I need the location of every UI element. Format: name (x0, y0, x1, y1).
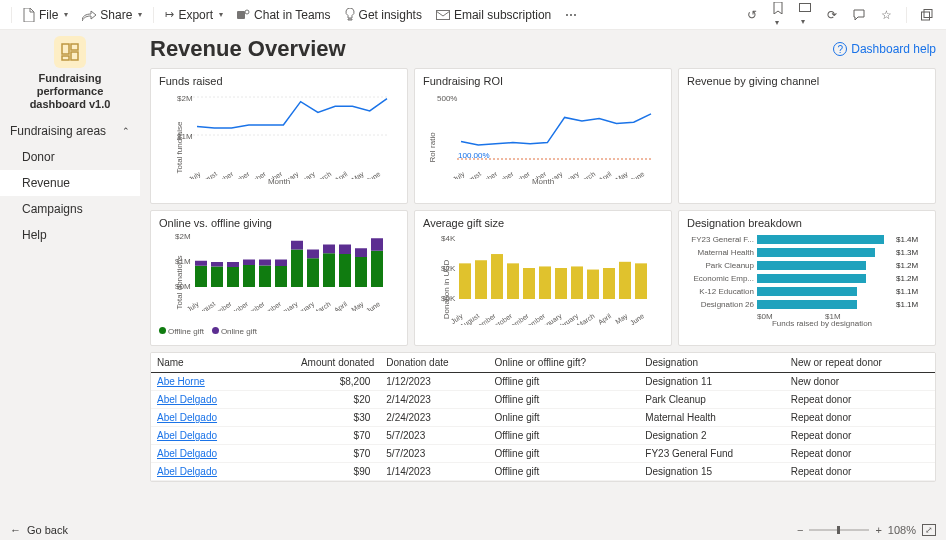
svg-rect-43 (195, 266, 207, 287)
column-header[interactable]: Designation (639, 353, 784, 373)
svg-rect-82 (459, 263, 471, 299)
fit-to-page-button[interactable]: ⤢ (922, 524, 936, 536)
refresh-button[interactable]: ⟳ (822, 5, 842, 25)
svg-rect-87 (539, 266, 551, 299)
get-insights-button[interactable]: Get insights (339, 5, 428, 25)
nav-section-header[interactable]: Fundraising areas ⌃ (0, 118, 140, 144)
footer: ← Go back − + 108% ⤢ (0, 520, 946, 540)
column-header[interactable]: Amount donated (256, 353, 380, 373)
column-header[interactable]: Name (151, 353, 256, 373)
svg-rect-3 (800, 3, 811, 11)
card-average-gift-size[interactable]: Average gift size Donation in USD $4K $2… (414, 210, 672, 346)
svg-rect-0 (237, 11, 245, 19)
table-row[interactable]: Abel Delgado $7,900 5/18/2023 Offline gi… (151, 481, 935, 483)
star-icon: ☆ (881, 8, 892, 22)
table-row[interactable]: Abe Horne $8,200 1/12/2023 Offline gift … (151, 373, 935, 391)
lightbulb-icon (345, 8, 355, 21)
svg-rect-57 (307, 258, 319, 287)
designation-row: Maternal Health$1.3M (687, 246, 927, 259)
file-icon (23, 8, 35, 22)
svg-rect-59 (323, 253, 335, 287)
chevron-up-icon: ⌃ (122, 126, 130, 136)
column-header[interactable]: Online or offline gift? (488, 353, 639, 373)
sidebar-item-donor[interactable]: Donor (0, 144, 140, 170)
go-back-button[interactable]: ← Go back (10, 524, 68, 536)
svg-rect-5 (924, 9, 932, 17)
svg-rect-91 (603, 268, 615, 299)
donations-table[interactable]: NameAmount donatedDonation dateOnline or… (150, 352, 936, 482)
table-row[interactable]: Abel Delgado $90 1/14/2023 Offline gift … (151, 463, 935, 481)
svg-text:$2M: $2M (175, 232, 191, 241)
svg-rect-45 (211, 267, 223, 288)
zoom-slider[interactable] (809, 529, 869, 531)
svg-rect-46 (211, 262, 223, 267)
more-menu[interactable]: ⋯ (559, 5, 583, 25)
donor-name-link[interactable]: Abe Horne (151, 373, 256, 391)
svg-rect-63 (355, 257, 367, 287)
reset-button[interactable]: ↺ (742, 5, 762, 25)
bookmark-button[interactable]: ▾ (768, 0, 788, 31)
app-title: Fundraising performance dashboard v1.0 (4, 72, 136, 112)
favorite-button[interactable]: ☆ (876, 5, 897, 25)
chat-teams-button[interactable]: Chat in Teams (231, 5, 336, 25)
svg-rect-85 (507, 263, 519, 299)
mail-icon (436, 10, 450, 20)
svg-text:$2M: $2M (177, 94, 193, 103)
sidebar-item-help[interactable]: Help (0, 222, 140, 248)
comments-button[interactable] (848, 6, 870, 24)
file-menu[interactable]: File▾ (17, 5, 74, 25)
roi-chart: 500% JulyAugustSeptemberOctoberNovemberD… (423, 89, 658, 179)
svg-rect-89 (571, 266, 583, 299)
svg-rect-48 (227, 262, 239, 267)
card-revenue-by-channel[interactable]: Revenue by giving channel (678, 68, 936, 204)
donor-name-link[interactable]: Abel Delgado (151, 409, 256, 427)
svg-text:March: March (576, 312, 596, 325)
view-button[interactable]: ▾ (794, 0, 816, 30)
svg-text:$4K: $4K (441, 234, 456, 243)
app-logo (54, 36, 86, 68)
column-header[interactable]: New or repeat donor (785, 353, 935, 373)
table-row[interactable]: Abel Delgado $70 5/7/2023 Offline gift F… (151, 445, 935, 463)
email-subscription-button[interactable]: Email subscription (430, 5, 557, 25)
sidebar-item-revenue[interactable]: Revenue (0, 170, 140, 196)
svg-rect-60 (323, 245, 335, 254)
funds-raised-chart: $2M $1M JulyAugustSeptemberOctoberNovemb… (159, 89, 394, 179)
svg-rect-86 (523, 268, 535, 299)
arrow-left-icon: ← (10, 524, 21, 536)
dashboard-icon (61, 43, 79, 61)
table-row[interactable]: Abel Delgado $20 2/14/2023 Offline gift … (151, 391, 935, 409)
svg-rect-50 (243, 260, 255, 266)
card-funds-raised[interactable]: Funds raised Total fundraise $2M $1M Jul… (150, 68, 408, 204)
zoom-out-button[interactable]: − (797, 524, 803, 536)
export-menu[interactable]: ↦ Export▾ (159, 5, 229, 25)
share-menu[interactable]: Share▾ (76, 5, 148, 25)
svg-rect-52 (259, 260, 271, 266)
zoom-level: 108% (888, 524, 916, 536)
donor-name-link[interactable]: Abel Delgado (151, 427, 256, 445)
roi-annotation: 100.00% (458, 151, 490, 160)
copy-button[interactable] (916, 6, 938, 24)
zoom-in-button[interactable]: + (875, 524, 881, 536)
donor-name-link[interactable]: Abel Delgado (151, 463, 256, 481)
donor-name-link[interactable]: Abel Delgado (151, 445, 256, 463)
export-label: Export (178, 8, 213, 22)
donor-name-link[interactable]: Abel Delgado (151, 391, 256, 409)
legend: Offline gift Online gift (159, 327, 399, 336)
designation-row: Economic Emp...$1.2M (687, 272, 927, 285)
table-row[interactable]: Abel Delgado $70 5/7/2023 Offline gift D… (151, 427, 935, 445)
card-online-vs-offline[interactable]: Online vs. offline giving Total donation… (150, 210, 408, 346)
svg-rect-4 (922, 12, 930, 20)
subscribe-label: Email subscription (454, 8, 551, 22)
column-header[interactable]: Donation date (380, 353, 488, 373)
dashboard-help-link[interactable]: ? Dashboard help (833, 42, 936, 56)
table-row[interactable]: Abel Delgado $30 2/24/2023 Online gift M… (151, 409, 935, 427)
card-title: Funds raised (159, 75, 399, 87)
card-title: Average gift size (423, 217, 663, 229)
sidebar-item-campaigns[interactable]: Campaigns (0, 196, 140, 222)
card-title: Online vs. offline giving (159, 217, 399, 229)
card-title: Revenue by giving channel (687, 75, 927, 87)
svg-text:April: April (333, 300, 349, 311)
donor-name-link[interactable]: Abel Delgado (151, 481, 256, 483)
card-fundraising-roi[interactable]: Fundraising ROI RoI ratio 500% JulyAugus… (414, 68, 672, 204)
card-designation-breakdown[interactable]: Designation breakdown FY23 General F...$… (678, 210, 936, 346)
